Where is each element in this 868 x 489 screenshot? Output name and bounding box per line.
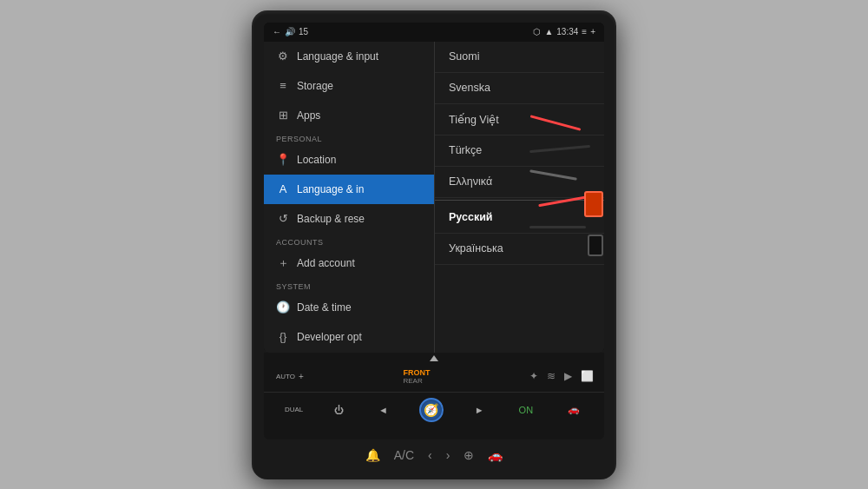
- language-label-svenska: Svenska: [449, 82, 490, 94]
- home-hardkey[interactable]: ⊕: [464, 448, 474, 462]
- language-label-turkce: Türkçe: [449, 144, 482, 156]
- menu-item-language[interactable]: A Language & in: [264, 175, 434, 204]
- wifi-icon: ▲: [544, 27, 553, 36]
- language-label-ukrainian: Українська: [449, 242, 503, 254]
- forward-hardkey[interactable]: ›: [446, 448, 450, 462]
- language-label-russian: Русский: [449, 211, 493, 223]
- forward-button[interactable]: ►: [471, 403, 488, 417]
- climate-mode-labels: FRONT REAR: [403, 368, 430, 385]
- menu-icon: ≡: [582, 27, 587, 36]
- language-icon: A: [276, 182, 290, 195]
- add-icon: ＋: [276, 255, 290, 271]
- plus-temp-icon[interactable]: +: [299, 372, 304, 381]
- menu-item-backup[interactable]: ↺ Backup & rese: [264, 204, 434, 234]
- menu-label-add-account: Add account: [297, 257, 355, 269]
- front-label: FRONT: [403, 368, 430, 377]
- scroll-up-arrow[interactable]: [430, 355, 438, 361]
- navigation-compass[interactable]: 🧭: [419, 398, 444, 422]
- dual-label: DUAL: [285, 406, 303, 413]
- hard-keys-row: 🔔 A/C ‹ › ⊕ 🚗: [264, 443, 604, 467]
- language-item-svenska[interactable]: Svenska: [435, 73, 604, 104]
- menu-label-language-input: Language & input: [297, 50, 378, 63]
- clock-icon: 🕐: [276, 301, 290, 314]
- menu-item-add-account[interactable]: ＋ Add account: [264, 248, 434, 278]
- rear-label: REAR: [403, 377, 422, 385]
- auto-label: AUTO: [274, 373, 295, 380]
- system-section-label: SYSTEM: [264, 278, 434, 293]
- on-button[interactable]: ON: [516, 403, 537, 417]
- menu-label-date-time: Date & time: [297, 301, 352, 314]
- time-display: 13:34: [556, 27, 578, 36]
- language-divider: [435, 200, 604, 201]
- accounts-section-label: ACCOUNTS: [264, 234, 434, 248]
- back-hardkey[interactable]: ‹: [428, 448, 432, 462]
- main-screen: ← 🔊 15 ⬡ ▲ 13:34 ≡ + ⚙ Language & input: [264, 23, 604, 353]
- temp-right-icon[interactable]: ▶: [564, 370, 572, 382]
- apps-icon: ⊞: [276, 109, 290, 122]
- content-area: ⚙ Language & input ≡ Storage ⊞ Apps PERS…: [264, 42, 604, 353]
- backup-icon: ↺: [276, 212, 290, 225]
- car-hardkey[interactable]: 🚗: [488, 448, 503, 462]
- language-label-greek: Ελληνικά: [449, 175, 492, 188]
- language-item-russian[interactable]: Русский: [435, 202, 604, 234]
- menu-label-backup: Backup & rese: [297, 213, 365, 225]
- storage-icon: ≡: [276, 79, 290, 92]
- bluetooth-icon: ⬡: [533, 27, 541, 36]
- menu-label-storage: Storage: [297, 80, 333, 92]
- car-head-unit: ← 🔊 15 ⬡ ▲ 13:34 ≡ + ⚙ Language & input: [252, 10, 616, 479]
- menu-label-developer: Developer opt: [297, 331, 362, 343]
- climate-bottom-row: DUAL ⏻ ◄ 🧭 ► ON 🚗: [264, 393, 604, 427]
- bell-hardkey[interactable]: 🔔: [365, 448, 380, 462]
- status-left: ← 🔊 15: [273, 27, 308, 36]
- status-right: ⬡ ▲ 13:34 ≡ +: [533, 27, 595, 36]
- airflow-icon[interactable]: ≋: [547, 370, 556, 382]
- personal-section-label: PERSONAL: [264, 130, 434, 145]
- language-list-panel: Suomi Svenska Tiếng Việt Türkçe Ελληνικά…: [434, 42, 604, 353]
- language-item-greek[interactable]: Ελληνικά: [435, 167, 604, 198]
- volume-level: 15: [299, 27, 308, 36]
- menu-item-apps[interactable]: ⊞ Apps: [264, 101, 434, 130]
- menu-label-location: Location: [297, 154, 336, 166]
- menu-item-location[interactable]: 📍 Location: [264, 145, 434, 175]
- power-button[interactable]: ⏻: [331, 403, 347, 417]
- climate-controls: AUTO + FRONT REAR ✦ ≋ ▶ ⬜ DUAL ⏻ ◄ 🧭 ► O…: [264, 353, 604, 439]
- car-icon[interactable]: 🚗: [564, 402, 583, 417]
- language-item-turkce[interactable]: Türkçe: [435, 135, 604, 167]
- menu-item-developer[interactable]: {} Developer opt: [264, 322, 434, 352]
- back-icon: ←: [273, 27, 281, 36]
- fan-icon[interactable]: ✦: [529, 370, 538, 382]
- menu-item-date-time[interactable]: 🕐 Date & time: [264, 293, 434, 322]
- status-bar: ← 🔊 15 ⬡ ▲ 13:34 ≡ +: [264, 23, 604, 42]
- back-button[interactable]: ◄: [375, 403, 391, 417]
- language-item-suomi[interactable]: Suomi: [435, 42, 604, 73]
- language-item-ukrainian[interactable]: Українська: [435, 234, 604, 265]
- screen-icon[interactable]: ⬜: [581, 370, 594, 382]
- ac-hardkey[interactable]: A/C: [394, 448, 414, 462]
- plus-icon: +: [590, 27, 595, 36]
- developer-icon: {}: [276, 330, 290, 343]
- menu-item-language-input[interactable]: ⚙ Language & input: [264, 42, 434, 71]
- climate-icons: ✦ ≋ ▶ ⬜: [529, 370, 594, 382]
- language-item-tieng-viet[interactable]: Tiếng Việt: [435, 104, 604, 135]
- settings-panel: ⚙ Language & input ≡ Storage ⊞ Apps PERS…: [264, 42, 434, 353]
- menu-item-storage[interactable]: ≡ Storage: [264, 71, 434, 101]
- gear-icon: ⚙: [276, 50, 290, 63]
- volume-icon: 🔊: [285, 27, 295, 36]
- location-icon: 📍: [276, 153, 290, 166]
- climate-top-row: AUTO + FRONT REAR ✦ ≋ ▶ ⬜: [264, 361, 604, 393]
- menu-label-apps: Apps: [297, 109, 320, 122]
- language-label-tieng-viet: Tiếng Việt: [449, 113, 499, 126]
- language-label-suomi: Suomi: [449, 50, 479, 63]
- menu-label-language: Language & in: [297, 183, 364, 195]
